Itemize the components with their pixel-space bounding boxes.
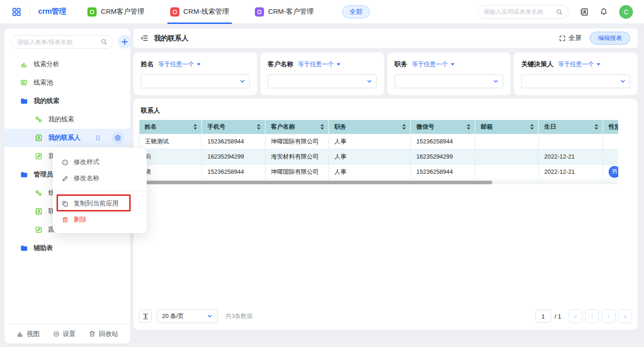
- global-search-input[interactable]: [483, 8, 553, 15]
- filter-operator[interactable]: 等于任意一个: [158, 60, 201, 68]
- footer-settings-gear[interactable]: 设置: [53, 330, 76, 338]
- column-header-0[interactable]: 姓名: [139, 120, 202, 134]
- rename-pencil-icon: [62, 175, 69, 182]
- filter-value-select[interactable]: [521, 74, 630, 88]
- cell-wechat: 16235294299: [411, 149, 475, 164]
- footer-view-chart[interactable]: 视图: [17, 330, 40, 338]
- filter-row: 姓名等于任意一个客户名称等于任意一个职务等于任意一个关键决策人等于任意一个: [133, 52, 638, 95]
- column-header-2[interactable]: 客户名称: [265, 120, 329, 134]
- prev-page-button[interactable]: ‹: [585, 309, 599, 323]
- column-header-4[interactable]: 微信号: [411, 120, 475, 134]
- fit-height-button[interactable]: [139, 310, 152, 323]
- cell-customer: 海安材料有限公司: [265, 149, 329, 164]
- edit-report-button[interactable]: 编辑报表: [590, 32, 630, 45]
- contacts-table-wrap: 姓名手机号客户名称职务微信号邮箱生日性别 王晓测试15236258944坤曜国际…: [139, 120, 618, 180]
- sort-icon[interactable]: [530, 124, 534, 130]
- table-row-0[interactable]: 王晓测试15236258944坤曜国际有限公司人事15236258944: [139, 134, 619, 149]
- link-icon: [35, 116, 42, 123]
- sidebar-item-3[interactable]: 我的线索: [5, 110, 130, 129]
- add-form-button[interactable]: [118, 35, 132, 49]
- recycle-bin-icon: [89, 330, 96, 337]
- context-menu-item-2[interactable]: 复制到当前应用: [53, 196, 147, 211]
- caret-down-icon: [596, 62, 601, 67]
- filter-field-label: 职务: [395, 60, 408, 68]
- collapse-sidebar-icon[interactable]: [141, 34, 148, 42]
- chevron-down-icon: [493, 79, 499, 84]
- app-icon: [255, 7, 264, 17]
- topbar-right: C: [477, 5, 633, 19]
- first-page-button[interactable]: «: [569, 309, 582, 323]
- cell-phone: 15236258944: [202, 164, 265, 179]
- fullscreen-button[interactable]: 全屏: [559, 34, 581, 42]
- column-header-7[interactable]: 性别: [603, 120, 619, 134]
- chevron-down-icon: [620, 79, 626, 84]
- workspace-title[interactable]: crm管理: [38, 7, 66, 17]
- link-icon: [35, 189, 42, 197]
- scrollbar-thumb[interactable]: [139, 181, 492, 184]
- cell-birthday: 2022-12-21: [539, 149, 603, 164]
- sidebar-item-1[interactable]: 线索池: [5, 74, 130, 92]
- footer-recycle-bin[interactable]: 回收站: [89, 330, 118, 338]
- context-menu-item-1[interactable]: 修改名称: [53, 171, 147, 186]
- next-page-button[interactable]: ›: [602, 309, 615, 323]
- column-header-5[interactable]: 邮箱: [475, 120, 539, 134]
- sidebar-item-0[interactable]: 线索分析: [5, 55, 130, 74]
- sidebar-item-10[interactable]: 辅助表: [5, 239, 130, 257]
- sort-icon[interactable]: [402, 124, 406, 130]
- cell-gender: [603, 149, 619, 164]
- address-book-icon[interactable]: [580, 8, 588, 16]
- sort-icon[interactable]: [257, 124, 261, 130]
- fullscreen-icon: [559, 35, 566, 42]
- drag-dots-icon[interactable]: [95, 135, 101, 141]
- contacts-icon: [35, 134, 42, 142]
- app-tab-2[interactable]: CRM-客户管理: [252, 0, 316, 24]
- app-grid-icon[interactable]: [12, 7, 21, 17]
- table-row-1[interactable]: 莉16235294299海安材料有限公司人事162352942992022-12…: [139, 149, 619, 164]
- page-size-select[interactable]: 20 条/页: [157, 309, 218, 323]
- sort-icon[interactable]: [320, 124, 324, 130]
- page-number-input[interactable]: [535, 310, 551, 323]
- context-menu: 修改样式修改名称复制到当前应用删除: [53, 148, 147, 233]
- cell-email: [475, 149, 539, 164]
- pagination-bar: 20 条/页 共3条数据 / 1 «‹›»: [139, 309, 632, 323]
- filter-value-select[interactable]: [395, 74, 504, 88]
- filter-value-select[interactable]: [268, 74, 377, 88]
- page-header: 我的联系人 全屏 编辑报表: [133, 28, 638, 48]
- sort-icon[interactable]: [594, 124, 598, 130]
- app-icon: [87, 7, 97, 17]
- menu-item-label: 删除: [74, 216, 86, 224]
- sort-icon[interactable]: [466, 124, 471, 130]
- cell-name: 晓: [139, 164, 202, 179]
- caret-down-icon: [196, 62, 201, 67]
- table-row-2[interactable]: 晓15236258944坤曜国际有限公司人事152362589442022-12…: [139, 164, 619, 179]
- filter-value-select[interactable]: [141, 74, 250, 88]
- column-header-1[interactable]: 手机号: [202, 120, 265, 134]
- context-menu-item-0[interactable]: 修改样式: [53, 155, 147, 170]
- filter-operator[interactable]: 等于任意一个: [298, 60, 341, 68]
- view-chart-icon: [17, 330, 23, 337]
- filter-operator[interactable]: 等于任意一个: [412, 60, 455, 68]
- column-header-6[interactable]: 生日: [539, 120, 603, 134]
- pager: / 1 «‹›»: [535, 309, 632, 323]
- footer-label: 回收站: [99, 330, 118, 338]
- cell-name: 王晓测试: [139, 134, 202, 149]
- app-tab-0[interactable]: CRM客户管理: [85, 0, 147, 24]
- bell-icon[interactable]: [600, 8, 608, 16]
- all-apps-pill[interactable]: 全部: [342, 6, 370, 18]
- sidebar-search-row: [5, 28, 130, 52]
- app-tab-1[interactable]: CRM-线索管理: [167, 0, 232, 24]
- folder-icon: [20, 97, 28, 105]
- filter-operator[interactable]: 等于任意一个: [558, 60, 601, 68]
- context-menu-item-3[interactable]: 删除: [53, 212, 147, 227]
- avatar[interactable]: C: [619, 5, 633, 19]
- sort-icon[interactable]: [193, 124, 197, 130]
- cell-wechat: 15236258944: [411, 164, 475, 179]
- sidebar-item-2[interactable]: 我的线索: [5, 92, 130, 110]
- last-page-button[interactable]: »: [618, 309, 632, 323]
- column-header-3[interactable]: 职务: [329, 120, 411, 134]
- cell-gender: [603, 134, 619, 149]
- item-settings-button[interactable]: [112, 132, 124, 144]
- sidebar-search-input[interactable]: [17, 39, 98, 46]
- section-title: 联系人: [141, 106, 632, 114]
- sidebar-item-4[interactable]: 我的联系人: [5, 129, 130, 147]
